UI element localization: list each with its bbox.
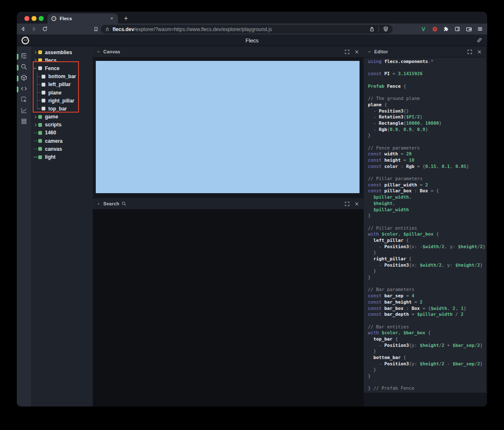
- entity-color-square: [42, 107, 45, 110]
- entity-color-square: [38, 123, 42, 127]
- code-line: [368, 219, 486, 225]
- new-tab-button[interactable]: +: [121, 13, 131, 24]
- code-line: - Position3{x: $width/2, y: $height/2}: [368, 262, 486, 269]
- panel-icon-sidebar: [17, 46, 31, 406]
- code-editor-icon: [21, 85, 27, 94]
- address-bar[interactable]: flecs.dev/explorer/?wasm=https://www.fle…: [101, 25, 393, 34]
- fullscreen-icon[interactable]: [344, 201, 350, 207]
- code-line: [368, 281, 486, 287]
- browser-toolbar: flecs.dev/explorer/?wasm=https://www.fle…: [17, 24, 487, 34]
- tree-connector: [36, 81, 42, 89]
- entity-color-square: [42, 75, 45, 79]
- close-icon[interactable]: [476, 49, 483, 55]
- sidebar-toggle-icon[interactable]: [454, 25, 461, 33]
- code-line: with $color, $bar_box {: [368, 330, 486, 336]
- active-panel-indicator: [17, 87, 18, 92]
- code-line: const width = 20: [368, 151, 486, 157]
- wallet-icon[interactable]: [465, 25, 472, 33]
- reload-icon[interactable]: [40, 25, 50, 33]
- chevron-right-icon[interactable]: [34, 113, 38, 121]
- code-editor[interactable]: using flecs.components.* const PI = 3.14…: [364, 58, 486, 393]
- code-line: // Fence parameters: [368, 145, 486, 152]
- entity-tree-icon[interactable]: [17, 51, 31, 62]
- tree-item-top_bar[interactable]: top_bar: [31, 105, 93, 113]
- search-panel-content[interactable]: [93, 210, 364, 406]
- close-icon[interactable]: [354, 201, 360, 207]
- tree-item-label: left_pillar: [48, 81, 71, 87]
- bookmark-icon[interactable]: [92, 25, 100, 33]
- code-line: [368, 89, 486, 96]
- code-line: using flecs.components.*: [368, 59, 486, 65]
- chevron-down-icon[interactable]: [34, 64, 38, 72]
- tab-title: Flecs: [60, 16, 109, 21]
- tree-item-1460[interactable]: 1460: [31, 129, 93, 137]
- back-icon[interactable]: [18, 25, 28, 33]
- code-line: plane {: [368, 102, 486, 108]
- app-header: Flecs: [17, 34, 487, 46]
- minimize-window-button[interactable]: [32, 16, 37, 21]
- code-line: // Pillar entities: [368, 225, 486, 232]
- tree-item-light[interactable]: light: [31, 153, 93, 161]
- tree-item-bottom_bar[interactable]: bottom_bar: [31, 73, 93, 81]
- close-icon[interactable]: [354, 49, 360, 55]
- code-line: with $color, $pillar_box {: [368, 231, 486, 238]
- vue-devtools-extension-icon[interactable]: V: [420, 25, 427, 33]
- code-line: $height,: [368, 201, 486, 207]
- bullet-icon: [98, 203, 99, 205]
- tree-item-label: assemblies: [45, 50, 72, 55]
- code-line: const pillar_width = 2: [368, 182, 486, 189]
- tree-item-scripts[interactable]: scripts: [31, 121, 93, 129]
- canvas-cube-icon: [21, 74, 27, 83]
- canvas-cube-icon[interactable]: [17, 73, 31, 84]
- code-line: }: [368, 367, 486, 373]
- tab-close-icon[interactable]: ×: [109, 16, 115, 21]
- forward-icon[interactable]: [29, 25, 39, 33]
- 3d-canvas[interactable]: [96, 61, 360, 193]
- browser-tab[interactable]: Flecs ×: [47, 13, 118, 24]
- search-panel-header: Search: [93, 198, 364, 210]
- menu-hamburger-icon[interactable]: [476, 25, 484, 33]
- code-line: - Position3{x: -$width/2, y: $height/2}: [368, 244, 486, 250]
- zoom-window-button[interactable]: [39, 16, 44, 21]
- tree-item-game[interactable]: game: [31, 113, 93, 121]
- code-line: }: [368, 349, 486, 355]
- tree-item-right_pillar[interactable]: right_pillar: [31, 97, 93, 105]
- tree-item-flecs[interactable]: flecs: [31, 56, 93, 64]
- inspect-icon: [21, 96, 27, 105]
- share-link-icon[interactable]: [476, 37, 483, 44]
- tree-item-label: flecs: [45, 58, 56, 63]
- chevron-down-icon[interactable]: [368, 50, 371, 54]
- brave-shield-icon[interactable]: [382, 26, 389, 33]
- close-window-button[interactable]: [24, 16, 29, 21]
- tree-item-assemblies[interactable]: assemblies: [31, 48, 93, 56]
- code-line: }: [368, 373, 486, 380]
- entity-color-square: [42, 99, 45, 102]
- chevron-right-icon[interactable]: [34, 121, 38, 129]
- tree-item-canvas[interactable]: canvas: [31, 145, 93, 153]
- search-icon[interactable]: [17, 62, 31, 73]
- code-line: - Position3{y: $height/2 - $bar_sep/2}: [368, 361, 486, 367]
- fullscreen-icon[interactable]: [344, 49, 350, 55]
- tree-item-left_pillar[interactable]: left_pillar: [31, 81, 93, 89]
- tree-item-label: camera: [45, 138, 63, 144]
- chevron-right-icon[interactable]: [34, 48, 38, 56]
- code-line: const bar_sep = 4: [368, 293, 486, 299]
- extension-hex-icon[interactable]: [431, 25, 438, 33]
- share-icon[interactable]: [368, 26, 375, 33]
- tree-connector: [36, 97, 42, 105]
- code-editor-icon[interactable]: [17, 84, 31, 95]
- chevron-right-icon[interactable]: [34, 56, 38, 64]
- url-text: flecs.dev/explorer/?wasm=https://www.fle…: [113, 26, 368, 32]
- tree-item-label: top_bar: [48, 106, 67, 112]
- tree-item-plane[interactable]: plane: [31, 89, 93, 97]
- inspect-icon[interactable]: [17, 95, 31, 106]
- commands-stack-icon[interactable]: [17, 117, 31, 128]
- entity-color-square: [38, 50, 42, 54]
- fullscreen-icon[interactable]: [467, 49, 473, 55]
- code-text[interactable]: using flecs.components.* const PI = 3.14…: [364, 58, 486, 392]
- stats-chart-icon[interactable]: [17, 106, 31, 117]
- chevron-down-icon[interactable]: [97, 50, 100, 54]
- tree-item-camera[interactable]: camera: [31, 137, 93, 145]
- tree-item-Fence[interactable]: Fence: [31, 64, 93, 72]
- extensions-puzzle-icon[interactable]: [442, 25, 450, 33]
